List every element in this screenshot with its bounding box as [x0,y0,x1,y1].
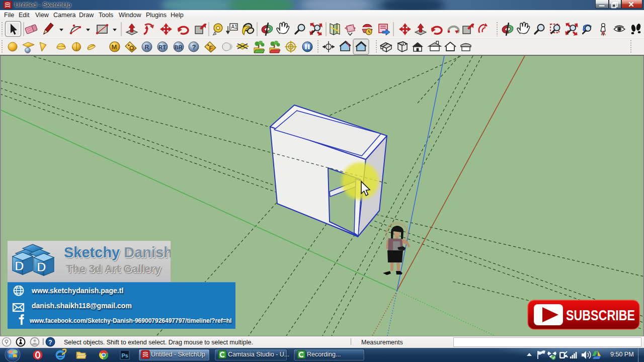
svg-text:D: D [37,259,46,275]
svg-text:BR: BR [175,44,183,50]
svg-text:O: O [129,45,134,52]
svg-text:?: ? [48,339,52,346]
svg-text:R: R [145,44,149,51]
svg-text:M: M [112,43,117,51]
svg-text:?: ? [192,43,196,51]
svg-text:D: D [15,258,24,274]
svg-text:SUBSCRIBE: SUBSCRIBE [566,307,635,323]
svg-text:Ps: Ps [122,352,128,358]
svg-text:F: F [209,45,213,52]
svg-text:A1: A1 [231,24,238,30]
svg-text:RT: RT [158,44,166,50]
